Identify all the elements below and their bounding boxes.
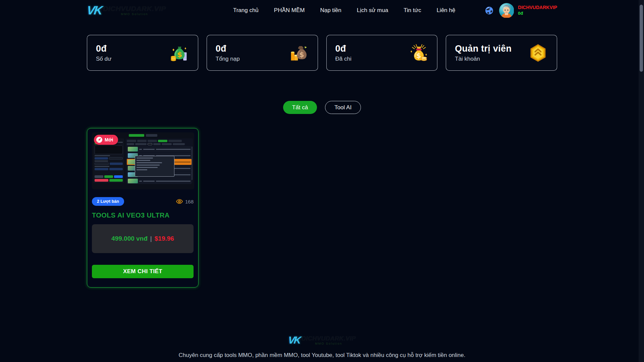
nav-item-home[interactable]: Trang chủ (233, 7, 259, 14)
product-thumbnail[interactable]: Mới (92, 132, 194, 189)
category-filters: Tất cả Tool AI (87, 101, 557, 114)
stat-card-spent: 0đ Đã chi $ (326, 35, 438, 71)
nav-item-software[interactable]: PHẦN MỀM (274, 7, 305, 14)
user-avatar[interactable] (499, 3, 514, 18)
filter-all-button[interactable]: Tất cả (283, 101, 317, 114)
page-scrollbar[interactable] (639, 0, 644, 362)
mock-table-panel (125, 138, 193, 183)
price-separator: | (150, 235, 152, 242)
money-bag-gold-icon: $ (408, 43, 428, 63)
stats-row: 0đ Số dư $ 0đ T (87, 35, 557, 71)
footer-description-line1: Chuyên cung cấp tools MMO, phần mềm MMO,… (0, 352, 644, 359)
product-meta-row: 2 Lượt bán 168 (92, 197, 194, 206)
total-topup-value: 0đ (216, 44, 240, 54)
account-role-value: Quản trị viên (455, 44, 512, 54)
gold-badge-icon (528, 43, 548, 63)
main-nav: Trang chủ PHẦN MỀM Nạp tiền Lịch sử mua … (233, 7, 455, 14)
view-count: 168 (185, 199, 194, 204)
stat-card-total-topup: 0đ Tổng nạp $ (207, 35, 318, 71)
footer-logo[interactable]: VK DICHVUDARK.VIP MMO Solution (0, 335, 644, 346)
nav-item-contact[interactable]: Liên hệ (437, 7, 455, 14)
stat-card-account-role: Quản trị viên Tài khoản (446, 35, 557, 71)
eye-icon (176, 199, 183, 204)
logo-tagline: MMO Solution (103, 13, 166, 16)
svg-text:$: $ (416, 51, 421, 60)
price-usd: $19.96 (155, 235, 174, 242)
total-topup-label: Tổng nạp (216, 56, 240, 62)
site-logo[interactable]: VK DICHVUDARK.VIP MMO Solution (87, 3, 166, 17)
product-title[interactable]: TOOLS AI VEO3 ULTRA (92, 212, 194, 219)
svg-text:$: $ (177, 50, 182, 59)
language-globe-icon[interactable] (485, 6, 493, 15)
user-meta[interactable]: DICHVUDARKVIP 0đ (518, 5, 557, 16)
stat-card-balance: 0đ Số dư $ (87, 35, 198, 71)
mock-context-menu (135, 156, 174, 177)
product-card: Mới (87, 128, 199, 288)
mock-sidebar (93, 138, 124, 183)
filter-tool-ai-button[interactable]: Tool AI (325, 101, 361, 114)
svg-text:$: $ (299, 51, 304, 59)
product-grid: Mới (87, 128, 557, 288)
view-counter: 168 (176, 199, 194, 204)
footer-logo-vk-mark: VK (287, 335, 301, 346)
site-footer: VK DICHVUDARK.VIP MMO Solution Chuyên cu… (0, 335, 644, 362)
site-header: VK DICHVUDARK.VIP MMO Solution Trang chủ… (0, 0, 644, 21)
balance-value: 0đ (96, 44, 111, 54)
rocket-icon (96, 136, 103, 143)
user-zone: DICHVUDARKVIP 0đ (485, 3, 557, 18)
money-bag-brown-icon: $ (289, 43, 309, 63)
logo-text: DICHVUDARK.VIP (103, 5, 166, 12)
nav-item-topup[interactable]: Nạp tiền (320, 7, 341, 14)
money-bag-green-icon: $ (169, 43, 189, 63)
spent-value: 0đ (335, 44, 352, 54)
sales-count-badge: 2 Lượt bán (92, 197, 124, 206)
view-details-button[interactable]: XEM CHI TIẾT (92, 265, 194, 278)
user-name: DICHVUDARKVIP (518, 5, 557, 11)
footer-logo-text: DICHVUDARK.VIP (302, 335, 356, 342)
new-badge: Mới (94, 135, 118, 145)
footer-logo-tagline: MMO Solution (302, 342, 356, 345)
spent-label: Đã chi (335, 56, 352, 62)
nav-item-purchase-history[interactable]: Lịch sử mua (357, 7, 388, 14)
logo-vk-mark: VK (86, 3, 102, 17)
price-vnd: 499.000 vnđ (111, 235, 148, 242)
new-badge-label: Mới (105, 137, 113, 142)
user-balance: 0đ (518, 11, 557, 16)
balance-label: Số dư (96, 56, 111, 62)
nav-item-news[interactable]: Tin tức (404, 7, 421, 14)
main-content: 0đ Số dư $ 0đ T (87, 35, 557, 288)
scrollbar-thumb[interactable] (640, 5, 643, 72)
account-role-label: Tài khoản (455, 56, 512, 62)
price-box: 499.000 vnđ | $19.96 (92, 224, 194, 253)
